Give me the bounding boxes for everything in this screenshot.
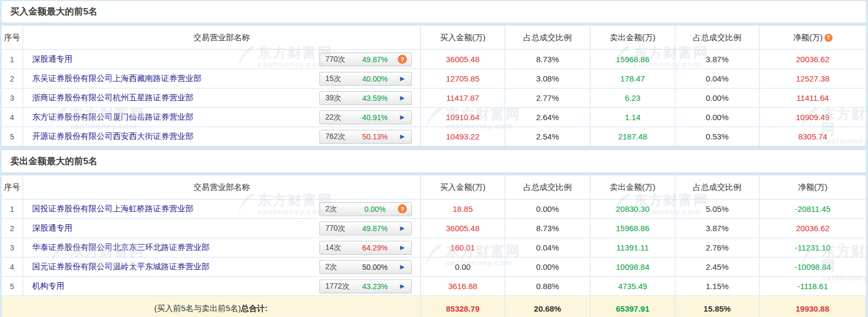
branch-cell: 深股通专用 770次 49.87% (23, 50, 421, 69)
trade-stats-badge[interactable]: 770次 49.87% (319, 222, 412, 235)
buy-ratio: 0.04% (505, 238, 590, 257)
expand-arrow-icon[interactable] (398, 113, 407, 122)
win-rate: 50.00% (354, 263, 396, 271)
col-header-branch: 交易营业部名称 (23, 175, 421, 199)
expand-arrow-icon[interactable] (398, 74, 407, 83)
buy-table-header: 序号 交易营业部名称 买入金额(万) 占总成交比例 卖出金额(万) 占总成交比例… (2, 26, 866, 50)
buy-amount: 10910.64 (421, 108, 505, 127)
trade-stats-badge[interactable]: 14次 64.29% (319, 241, 412, 255)
net-amount: 20036.62 (760, 219, 866, 238)
sell-amount: 15968.86 (590, 50, 675, 69)
totals-label: (买入前5名与卖出前5名)总合计: (2, 296, 421, 317)
sell-amount: 1.14 (590, 108, 675, 127)
table-row: 5 开源证券股份有限公司西安西大街证券营业部 762次 50.13% 10493… (2, 127, 866, 146)
col-header-sell-ratio: 占总成交比例 (675, 26, 760, 49)
buy-amount: 18.85 (421, 200, 505, 218)
branch-cell: 华泰证券股份有限公司北京东三环北路证券营业部 14次 64.29% (23, 238, 421, 257)
trade-times: 762次 (325, 132, 352, 142)
table-row: 1 深股通专用 770次 49.87% 36005.48 8.73% 15968… (2, 50, 866, 69)
help-icon[interactable] (398, 55, 407, 64)
buy-ratio: 0.88% (505, 277, 590, 296)
help-icon[interactable]: ? (825, 34, 833, 42)
branch-link[interactable]: 东方证券股份有限公司厦门仙岳路证券营业部 (32, 112, 193, 122)
sell-amount: 178.47 (590, 69, 675, 88)
branch-link[interactable]: 开源证券股份有限公司西安西大街证券营业部 (32, 131, 193, 142)
branch-cell: 东方证券股份有限公司厦门仙岳路证券营业部 22次 40.91% (23, 108, 421, 127)
buy-ratio: 2.77% (505, 89, 590, 107)
totals-sell-ratio: 15.85% (675, 296, 760, 317)
trade-times: 2次 (325, 204, 352, 214)
win-rate: 0.00% (354, 205, 396, 213)
trade-times: 1772次 (325, 282, 352, 291)
buy-ratio: 0.00% (505, 257, 590, 276)
table-row: 3 华泰证券股份有限公司北京东三环北路证券营业部 14次 64.29% 160.… (2, 238, 866, 257)
branch-link[interactable]: 深股通专用 (32, 223, 72, 233)
col-header-branch: 交易营业部名称 (23, 26, 421, 49)
row-index: 5 (2, 277, 23, 296)
trade-times: 15次 (325, 74, 352, 84)
expand-arrow-icon[interactable] (398, 243, 407, 252)
col-header-sell-ratio: 占总成交比例 (675, 175, 760, 199)
sell-amount: 10098.84 (590, 257, 675, 276)
buy-amount: 36005.48 (421, 50, 505, 69)
help-icon[interactable] (398, 204, 407, 213)
sell-top5-title: 卖出金额最大的前5名 (2, 150, 866, 172)
buy-ratio: 2.54% (505, 127, 590, 146)
buy-amount: 3616.88 (421, 277, 505, 296)
branch-link[interactable]: 国投证券股份有限公司上海虹桥路证券营业部 (32, 204, 193, 214)
row-index: 1 (2, 200, 23, 218)
sell-ratio: 0.00% (675, 108, 760, 127)
net-amount: -11231.10 (760, 238, 866, 257)
buy-amount: 0.00 (421, 257, 505, 276)
branch-link[interactable]: 东吴证券股份有限公司上海西藏南路证券营业部 (32, 73, 201, 84)
expand-arrow-icon[interactable] (398, 262, 407, 271)
trade-stats-badge[interactable]: 2次 0.00% (319, 202, 412, 216)
branch-link[interactable]: 国元证券股份有限公司温岭太平东城路证券营业部 (32, 262, 209, 272)
branch-link[interactable]: 深股通专用 (32, 54, 72, 64)
expand-arrow-icon[interactable] (398, 132, 407, 141)
win-rate: 50.13% (354, 132, 396, 141)
win-rate: 40.91% (354, 113, 396, 122)
col-header-net-label: 净额(万) (793, 33, 823, 43)
win-rate: 40.00% (354, 75, 396, 83)
win-rate: 43.59% (354, 94, 396, 102)
branch-link[interactable]: 机构专用 (32, 281, 64, 291)
branch-link[interactable]: 浙商证券股份有限公司杭州五星路证券营业部 (32, 93, 193, 103)
sell-ratio: 2.76% (675, 238, 760, 257)
divider (2, 146, 866, 150)
buy-amount: 36005.48 (421, 219, 505, 238)
table-row: 5 机构专用 1772次 43.23% 3616.88 0.88% 4735.4… (2, 277, 866, 296)
row-index: 5 (2, 127, 23, 146)
row-index: 3 (2, 89, 23, 107)
trade-times: 39次 (325, 93, 352, 103)
totals-row: (买入前5名与卖出前5名)总合计: 85328.79 20.68% 65397.… (2, 296, 866, 317)
trade-stats-badge[interactable]: 1772次 43.23% (319, 279, 412, 293)
col-header-net: 净额(万) (760, 175, 866, 199)
trade-stats-badge[interactable]: 15次 40.00% (319, 72, 412, 86)
row-index: 2 (2, 219, 23, 238)
trade-stats-badge[interactable]: 22次 40.91% (319, 110, 412, 124)
expand-arrow-icon[interactable] (398, 224, 407, 233)
expand-arrow-icon[interactable] (398, 93, 407, 102)
sell-ratio: 3.87% (675, 219, 760, 238)
buy-ratio: 8.73% (505, 50, 590, 69)
trade-stats-badge[interactable]: 39次 43.59% (319, 91, 412, 105)
table-row: 2 东吴证券股份有限公司上海西藏南路证券营业部 15次 40.00% 12705… (2, 69, 866, 89)
trade-stats-badge[interactable]: 2次 50.00% (319, 260, 412, 274)
buy-amount: 12705.85 (421, 69, 505, 88)
trade-stats-badge[interactable]: 770次 49.87% (319, 53, 412, 67)
sell-amount: 2187.48 (590, 127, 675, 146)
table-row: 1 国投证券股份有限公司上海虹桥路证券营业部 2次 0.00% 18.85 0.… (2, 200, 866, 219)
trade-stats-badge[interactable]: 762次 50.13% (319, 130, 412, 144)
sell-ratio: 1.15% (675, 277, 760, 296)
net-amount: 10909.49 (760, 108, 866, 127)
win-rate: 49.87% (354, 224, 396, 233)
branch-cell: 深股通专用 770次 49.87% (23, 219, 421, 238)
win-rate: 43.23% (354, 282, 396, 291)
expand-arrow-icon[interactable] (398, 282, 407, 291)
branch-link[interactable]: 华泰证券股份有限公司北京东三环北路证券营业部 (32, 242, 209, 253)
trade-times: 14次 (325, 243, 352, 253)
sell-amount: 6.23 (590, 89, 675, 107)
branch-cell: 开源证券股份有限公司西安西大街证券营业部 762次 50.13% (23, 127, 421, 146)
trade-times: 2次 (325, 262, 352, 272)
